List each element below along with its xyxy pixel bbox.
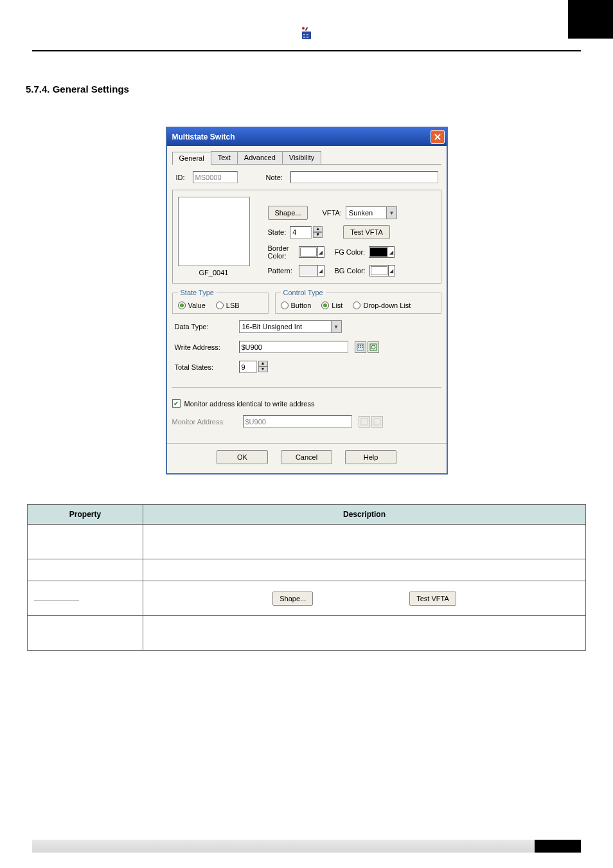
pattern-swatch[interactable]: ◢ [299, 265, 324, 276]
state-spinner[interactable]: ▲ ▼ [290, 226, 323, 239]
state-type-legend: State Type [178, 289, 217, 296]
vfta-combo[interactable]: Sunken ▼ [346, 206, 397, 219]
svg-rect-6 [305, 27, 308, 31]
state-label: State: [268, 228, 287, 236]
svg-rect-16 [361, 419, 368, 425]
tab-strip: General Text Advanced Visibility [172, 151, 441, 165]
control-type-group: Control Type Button List Drop-down List [275, 289, 441, 314]
id-input[interactable] [193, 171, 238, 183]
bg-color-label: BG Color: [335, 267, 366, 275]
radio-list[interactable]: List [321, 302, 342, 309]
svg-rect-2 [306, 34, 308, 35]
chevron-down-icon: ▼ [386, 207, 396, 219]
svg-rect-9 [360, 345, 361, 346]
page-footer [32, 840, 581, 853]
radio-value[interactable]: Value [178, 302, 206, 309]
dropdown-arrow-icon: ◢ [317, 266, 324, 276]
ok-button[interactable]: OK [217, 450, 268, 464]
border-color-label: Border Color: [268, 244, 295, 260]
radio-icon [353, 302, 360, 309]
dropdown-arrow-icon: ◢ [317, 247, 324, 257]
spin-down-icon[interactable]: ▼ [258, 366, 268, 372]
table-row [28, 559, 143, 581]
svg-rect-13 [362, 347, 363, 348]
bg-color-swatch[interactable]: ◢ [369, 265, 395, 276]
footer-decor [535, 840, 581, 853]
chevron-down-icon: ▼ [331, 321, 341, 332]
property-table: Property Description Shape... Test VFTA [27, 504, 586, 651]
radio-dropdown[interactable]: Drop-down List [353, 302, 411, 309]
radio-button[interactable]: Button [281, 302, 312, 309]
pattern-label: Pattern: [268, 267, 295, 275]
dialog-titlebar: Multistate Switch [167, 128, 447, 146]
svg-rect-1 [303, 34, 305, 35]
keypad-icon[interactable] [355, 341, 366, 353]
fg-color-swatch[interactable]: ◢ [369, 246, 395, 258]
shape-button-doc[interactable]: Shape... [272, 592, 313, 606]
note-input[interactable] [290, 171, 438, 183]
svg-rect-10 [362, 345, 363, 346]
table-row [28, 525, 143, 559]
tag-icon [371, 416, 383, 428]
monitor-chk-label: Monitor address identical to write addre… [184, 400, 315, 408]
radio-icon [216, 302, 224, 309]
table-row [143, 559, 586, 581]
svg-rect-4 [306, 37, 308, 38]
checkbox-icon: ✔ [172, 399, 181, 408]
dialog-title: Multistate Switch [172, 132, 235, 141]
svg-rect-11 [358, 347, 359, 348]
svg-rect-12 [360, 347, 361, 348]
dropdown-arrow-icon: ◢ [387, 247, 394, 257]
testvfta-button-doc[interactable]: Test VFTA [409, 592, 456, 606]
svg-rect-8 [358, 345, 359, 346]
totalstates-spinner[interactable]: ▲ ▼ [239, 361, 268, 373]
tag-icon[interactable] [368, 341, 379, 353]
tab-text[interactable]: Text [211, 151, 238, 164]
border-color-swatch[interactable]: ◢ [299, 246, 324, 258]
cancel-button[interactable]: Cancel [281, 450, 332, 464]
svg-rect-17 [374, 419, 380, 425]
vfta-label: VFTA: [322, 209, 341, 217]
fg-color-label: FG Color: [335, 248, 366, 256]
dropdown-arrow-icon: ◢ [388, 266, 395, 276]
spin-up-icon[interactable]: ▲ [258, 361, 268, 366]
writeaddr-label: Write Address: [175, 343, 233, 351]
totalstates-value[interactable] [239, 361, 257, 373]
close-icon[interactable] [431, 130, 445, 144]
radio-icon [178, 302, 186, 309]
keypad-icon [359, 416, 370, 428]
help-button[interactable]: Help [345, 450, 396, 464]
state-value[interactable] [290, 226, 312, 239]
tab-general[interactable]: General [172, 152, 211, 165]
th-description: Description [143, 505, 586, 525]
svg-rect-3 [303, 37, 305, 38]
test-vfta-button[interactable]: Test VFTA [343, 225, 390, 239]
tab-advanced[interactable]: Advanced [237, 151, 283, 164]
spin-up-icon[interactable]: ▲ [313, 226, 323, 232]
tab-visibility[interactable]: Visibility [282, 151, 322, 164]
svg-point-5 [302, 27, 305, 30]
id-label: ID: [176, 174, 185, 181]
radio-icon [321, 302, 329, 309]
th-property: Property [28, 505, 143, 525]
section-heading: 5.7.4. General Settings [26, 84, 613, 95]
svg-point-15 [371, 345, 375, 349]
monitor-identical-checkbox[interactable]: ✔ Monitor address identical to write add… [172, 399, 441, 408]
shape-caption: GF_0041 [199, 269, 229, 276]
table-row [143, 616, 586, 651]
spin-down-icon[interactable]: ▼ [313, 232, 323, 238]
datatype-label: Data Type: [175, 323, 233, 330]
app-icon [299, 26, 314, 41]
monitoraddr-input [243, 415, 352, 428]
multistate-switch-dialog: Multistate Switch General Text Advanced … [166, 127, 448, 475]
monitoraddr-label: Monitor Address: [172, 418, 236, 426]
shape-button[interactable]: Shape... [268, 206, 308, 220]
totalstates-label: Total States: [175, 363, 233, 371]
radio-lsb[interactable]: LSB [216, 302, 240, 309]
writeaddr-input[interactable] [239, 341, 348, 353]
control-type-legend: Control Type [281, 289, 326, 296]
header-decor [568, 0, 613, 39]
vfta-value: Sunken [346, 209, 386, 217]
table-row [28, 616, 143, 651]
datatype-combo[interactable]: 16-Bit Unsigned Int ▼ [239, 320, 342, 333]
